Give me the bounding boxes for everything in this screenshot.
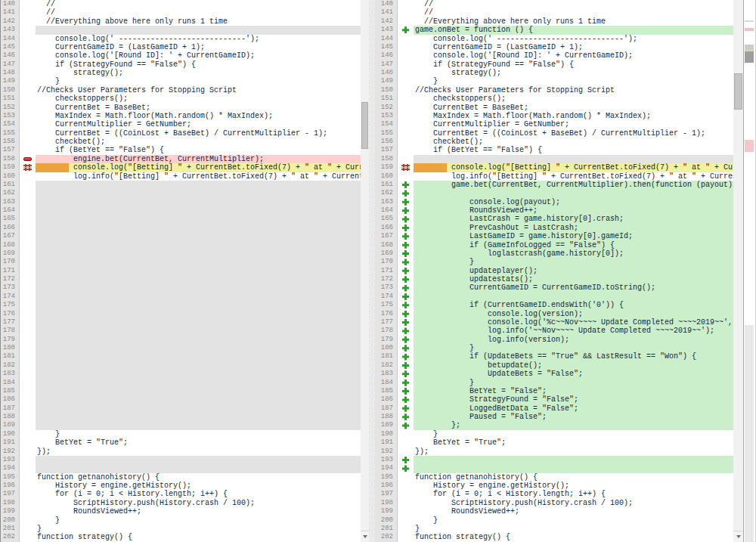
right-vertical-scrollbar[interactable] [733, 0, 743, 542]
code-line[interactable]: 198 ScriptHistory.push(History.crash / 1… [375, 499, 733, 507]
code-line[interactable]: 146 console.log('[Round ID]: ' + Current… [1, 51, 361, 60]
code-text[interactable]: //Checks User Parameters for Stopping Sc… [414, 86, 733, 94]
code-text[interactable] [36, 327, 361, 335]
code-text[interactable] [36, 361, 361, 370]
code-text[interactable]: console.log(payout); [414, 198, 733, 206]
code-line[interactable]: 179 log.info(version); [375, 336, 733, 344]
code-line[interactable]: 171 [1, 267, 361, 275]
code-text[interactable]: log.info("[Betting] " + CurrentBet.toFix… [414, 172, 733, 181]
code-line[interactable]: 181 [1, 352, 361, 361]
code-text[interactable] [36, 26, 361, 34]
code-line[interactable]: 173 [1, 283, 361, 292]
code-text[interactable]: BetYet = "True"; [36, 438, 361, 447]
code-line[interactable]: 196 History = engine.getHistory(); [1, 482, 361, 490]
code-text[interactable]: BetYet = "False"; [414, 387, 733, 395]
code-line[interactable]: 145 CurrentGameID = (LastGameID + 1); [375, 43, 733, 51]
code-line[interactable]: 145 CurrentGameID = (LastGameID + 1); [1, 43, 361, 51]
code-text[interactable]: } [414, 344, 733, 352]
code-text[interactable]: updateplayer(); [414, 267, 733, 275]
code-line[interactable]: 159 console.log("[Betting] " + CurrentBe… [1, 163, 361, 172]
code-text[interactable] [36, 258, 361, 266]
code-text[interactable] [36, 344, 361, 352]
code-line[interactable]: 188 Paused = "False"; [375, 413, 733, 421]
code-text[interactable]: game.bet(CurrentBet, CurrentMultiplier).… [414, 181, 733, 189]
code-line[interactable]: 144 console.log(' ----------------------… [375, 35, 733, 43]
code-line[interactable]: 192}); [375, 448, 733, 456]
code-text[interactable]: function strategy() { [36, 533, 361, 541]
code-line[interactable]: 194 [1, 464, 361, 472]
code-line[interactable]: 162 [375, 189, 733, 197]
code-line[interactable]: 184 } [375, 379, 733, 387]
right-scroll-down-button[interactable] [733, 531, 743, 542]
code-line[interactable]: 188 [1, 413, 361, 421]
code-line[interactable]: 159 console.log("[Betting] " + CurrentBe… [375, 163, 733, 172]
code-line[interactable]: 167 [1, 232, 361, 240]
code-text[interactable]: console.log('[Round ID]: ' + CurrentGame… [414, 51, 733, 60]
code-text[interactable]: checkbet(); [36, 138, 361, 146]
code-text[interactable] [36, 387, 361, 395]
code-line[interactable]: 147 if (StrategyFound == "False") { [375, 60, 733, 69]
code-line[interactable]: 176 console.log(version); [375, 310, 733, 318]
code-line[interactable]: 163 console.log(payout); [375, 198, 733, 206]
code-text[interactable]: } [414, 379, 733, 387]
code-text[interactable]: log.info(version); [414, 336, 733, 344]
code-line[interactable]: 176 [1, 310, 361, 318]
code-text[interactable]: function getnanohistory() { [414, 473, 733, 482]
code-line[interactable]: 179 [1, 336, 361, 344]
code-text[interactable] [36, 198, 361, 206]
code-line[interactable]: 164 RoundsViewed++; [375, 206, 733, 215]
code-line[interactable]: 175 if (CurrentGameID.endsWith('0')) { [375, 301, 733, 309]
code-line[interactable]: 158 [375, 155, 733, 163]
code-line[interactable]: 155 CurrentBet = ((CoinLost + BaseBet) /… [1, 129, 361, 138]
code-line[interactable]: 146 console.log('[Round ID]: ' + Current… [375, 51, 733, 60]
code-line[interactable]: 189 }; [375, 421, 733, 429]
code-line[interactable]: 142 //Everything above here only runs 1 … [1, 17, 361, 26]
code-line[interactable]: 197 for (i = 0; i < History.length; i++)… [1, 490, 361, 498]
left-scrollbar-thumb[interactable] [361, 102, 368, 149]
code-text[interactable] [36, 464, 361, 472]
code-text[interactable] [414, 155, 733, 163]
code-line[interactable]: 174 [1, 293, 361, 301]
code-text[interactable]: CurrentGameID = CurrentGameID.toString()… [414, 283, 733, 292]
code-text[interactable] [414, 456, 733, 464]
code-text[interactable] [36, 336, 361, 344]
code-text[interactable] [36, 413, 361, 421]
code-text[interactable]: StrategyFound = "False"; [414, 395, 733, 404]
code-text[interactable]: console.log('%c~~Nov~~~~ Update Complete… [414, 318, 733, 327]
code-text[interactable]: log.info("[Betting] " + CurrentBet.toFix… [36, 172, 361, 181]
diff-overview-navbar[interactable] [743, 0, 756, 542]
code-line[interactable]: 161 game.bet(CurrentBet, CurrentMultipli… [375, 181, 733, 189]
code-text[interactable]: console.log("[Betting] " + CurrentBet.to… [36, 163, 361, 172]
code-text[interactable] [414, 464, 733, 472]
code-line[interactable]: 148 strategy(); [375, 69, 733, 77]
code-line[interactable]: 190 } [1, 430, 361, 438]
code-line[interactable]: 184 [1, 379, 361, 387]
code-line[interactable]: 201} [375, 525, 733, 533]
code-line[interactable]: 187 [1, 404, 361, 413]
code-text[interactable]: for (i = 0; i < History.length; i++) { [36, 490, 361, 498]
code-text[interactable]: // [414, 8, 733, 17]
code-line[interactable]: 175 [1, 301, 361, 309]
code-text[interactable] [36, 181, 361, 189]
code-line[interactable]: 171 updateplayer(); [375, 267, 733, 275]
code-line[interactable]: 169 [1, 249, 361, 258]
code-text[interactable]: if (StrategyFound == "False") { [36, 60, 361, 69]
code-text[interactable]: RoundsViewed++; [414, 507, 733, 516]
code-text[interactable]: MaxIndex = Math.floor(Math.random() * Ma… [36, 112, 361, 120]
code-line[interactable]: 200 } [1, 516, 361, 525]
code-line[interactable]: 147 if (StrategyFound == "False") { [1, 60, 361, 69]
code-text[interactable]: } [414, 525, 733, 533]
code-text[interactable] [36, 293, 361, 301]
code-line[interactable]: 160 log.info("[Betting] " + CurrentBet.t… [375, 172, 733, 181]
code-line[interactable]: 172 [1, 275, 361, 283]
code-text[interactable]: checkstoppers(); [36, 94, 361, 103]
code-line[interactable]: 149 } [375, 77, 733, 85]
code-line[interactable]: 165 [1, 215, 361, 223]
code-line[interactable]: 181 if (UpdateBets == "True" && LastResu… [375, 352, 733, 361]
code-line[interactable]: 186 [1, 395, 361, 404]
code-line[interactable]: 193 [1, 456, 361, 464]
code-line[interactable]: 151 checkstoppers(); [1, 94, 361, 103]
code-text[interactable]: } [414, 430, 733, 438]
code-line[interactable]: 193 [375, 456, 733, 464]
code-line[interactable]: 169 loglastcrash(game.history[0]); [375, 249, 733, 258]
